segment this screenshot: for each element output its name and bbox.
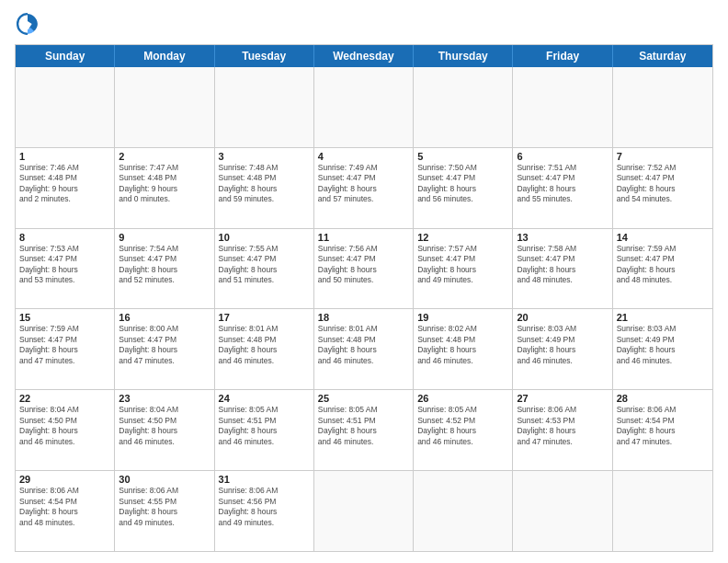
weekday-header: Friday — [513, 45, 612, 67]
day-info: Sunrise: 8:06 AM Sunset: 4:53 PM Dayligh… — [517, 405, 608, 447]
calendar-cell: 31Sunrise: 8:06 AM Sunset: 4:56 PM Dayli… — [215, 471, 314, 551]
calendar-cell — [613, 471, 712, 551]
day-number: 11 — [318, 232, 409, 243]
day-number: 28 — [617, 393, 709, 404]
day-info: Sunrise: 8:05 AM Sunset: 4:51 PM Dayligh… — [318, 405, 409, 447]
day-info: Sunrise: 7:55 AM Sunset: 4:47 PM Dayligh… — [219, 244, 310, 286]
day-info: Sunrise: 8:02 AM Sunset: 4:48 PM Dayligh… — [417, 324, 508, 366]
day-number: 15 — [19, 312, 110, 323]
day-number: 8 — [19, 232, 110, 243]
day-number: 30 — [119, 474, 210, 485]
day-info: Sunrise: 7:48 AM Sunset: 4:48 PM Dayligh… — [219, 163, 310, 205]
calendar-cell — [414, 471, 513, 551]
calendar-cell: 27Sunrise: 8:06 AM Sunset: 4:53 PM Dayli… — [513, 390, 612, 470]
calendar-cell — [215, 67, 314, 147]
calendar-cell: 8Sunrise: 7:53 AM Sunset: 4:47 PM Daylig… — [16, 229, 115, 309]
calendar-cell — [314, 471, 414, 551]
calendar-cell: 6Sunrise: 7:51 AM Sunset: 4:47 PM Daylig… — [513, 148, 612, 228]
day-info: Sunrise: 7:54 AM Sunset: 4:47 PM Dayligh… — [119, 244, 210, 286]
day-number: 5 — [417, 151, 508, 162]
calendar-cell: 20Sunrise: 8:03 AM Sunset: 4:49 PM Dayli… — [513, 309, 612, 389]
calendar-cell: 11Sunrise: 7:56 AM Sunset: 4:47 PM Dayli… — [314, 229, 414, 309]
day-info: Sunrise: 8:05 AM Sunset: 4:51 PM Dayligh… — [219, 405, 310, 447]
day-number: 23 — [119, 393, 210, 404]
day-info: Sunrise: 7:52 AM Sunset: 4:47 PM Dayligh… — [617, 163, 709, 205]
day-info: Sunrise: 8:03 AM Sunset: 4:49 PM Dayligh… — [617, 324, 709, 366]
calendar-cell: 23Sunrise: 8:04 AM Sunset: 4:50 PM Dayli… — [115, 390, 214, 470]
calendar-cell — [613, 67, 712, 147]
calendar-cell — [513, 67, 612, 147]
day-info: Sunrise: 7:59 AM Sunset: 4:47 PM Dayligh… — [19, 324, 110, 366]
day-info: Sunrise: 8:03 AM Sunset: 4:49 PM Dayligh… — [517, 324, 608, 366]
calendar-cell — [414, 67, 513, 147]
weekday-header: Saturday — [613, 45, 712, 67]
calendar-cell: 16Sunrise: 8:00 AM Sunset: 4:47 PM Dayli… — [115, 309, 214, 389]
calendar-cell: 15Sunrise: 7:59 AM Sunset: 4:47 PM Dayli… — [16, 309, 115, 389]
day-number: 21 — [617, 312, 709, 323]
day-info: Sunrise: 8:06 AM Sunset: 4:54 PM Dayligh… — [19, 486, 110, 528]
day-number: 29 — [19, 474, 110, 485]
weekday-header: Monday — [115, 45, 214, 67]
day-info: Sunrise: 8:06 AM Sunset: 4:55 PM Dayligh… — [119, 486, 210, 528]
calendar-week-row: 8Sunrise: 7:53 AM Sunset: 4:47 PM Daylig… — [16, 229, 712, 310]
calendar-week-row: 15Sunrise: 7:59 AM Sunset: 4:47 PM Dayli… — [16, 309, 712, 390]
day-number: 17 — [219, 312, 310, 323]
logo — [15, 11, 44, 37]
calendar-cell: 3Sunrise: 7:48 AM Sunset: 4:48 PM Daylig… — [215, 148, 314, 228]
weekday-header: Sunday — [16, 45, 115, 67]
calendar-week-row: 29Sunrise: 8:06 AM Sunset: 4:54 PM Dayli… — [16, 471, 712, 551]
page: SundayMondayTuesdayWednesdayThursdayFrid… — [0, 0, 728, 563]
calendar-cell: 29Sunrise: 8:06 AM Sunset: 4:54 PM Dayli… — [16, 471, 115, 551]
day-number: 16 — [119, 312, 210, 323]
day-info: Sunrise: 8:05 AM Sunset: 4:52 PM Dayligh… — [417, 405, 508, 447]
calendar-cell: 4Sunrise: 7:49 AM Sunset: 4:47 PM Daylig… — [314, 148, 414, 228]
calendar-cell — [16, 67, 115, 147]
day-info: Sunrise: 8:04 AM Sunset: 4:50 PM Dayligh… — [119, 405, 210, 447]
calendar-week-row — [16, 67, 712, 148]
day-info: Sunrise: 8:04 AM Sunset: 4:50 PM Dayligh… — [19, 405, 110, 447]
day-number: 9 — [119, 232, 210, 243]
header — [15, 11, 713, 37]
calendar-cell: 22Sunrise: 8:04 AM Sunset: 4:50 PM Dayli… — [16, 390, 115, 470]
day-number: 26 — [417, 393, 508, 404]
calendar-cell: 12Sunrise: 7:57 AM Sunset: 4:47 PM Dayli… — [414, 229, 513, 309]
calendar-week-row: 22Sunrise: 8:04 AM Sunset: 4:50 PM Dayli… — [16, 390, 712, 471]
weekday-header: Tuesday — [215, 45, 314, 67]
calendar-cell: 5Sunrise: 7:50 AM Sunset: 4:47 PM Daylig… — [414, 148, 513, 228]
day-info: Sunrise: 7:59 AM Sunset: 4:47 PM Dayligh… — [617, 244, 709, 286]
day-info: Sunrise: 7:46 AM Sunset: 4:48 PM Dayligh… — [19, 163, 110, 205]
calendar-cell: 10Sunrise: 7:55 AM Sunset: 4:47 PM Dayli… — [215, 229, 314, 309]
calendar: SundayMondayTuesdayWednesdayThursdayFrid… — [15, 44, 713, 552]
day-number: 22 — [19, 393, 110, 404]
calendar-cell: 1Sunrise: 7:46 AM Sunset: 4:48 PM Daylig… — [16, 148, 115, 228]
calendar-cell: 21Sunrise: 8:03 AM Sunset: 4:49 PM Dayli… — [613, 309, 712, 389]
calendar-cell: 14Sunrise: 7:59 AM Sunset: 4:47 PM Dayli… — [613, 229, 712, 309]
day-number: 10 — [219, 232, 310, 243]
day-info: Sunrise: 7:49 AM Sunset: 4:47 PM Dayligh… — [318, 163, 409, 205]
day-number: 12 — [417, 232, 508, 243]
day-number: 18 — [318, 312, 409, 323]
day-number: 27 — [517, 393, 608, 404]
calendar-week-row: 1Sunrise: 7:46 AM Sunset: 4:48 PM Daylig… — [16, 148, 712, 229]
calendar-cell: 7Sunrise: 7:52 AM Sunset: 4:47 PM Daylig… — [613, 148, 712, 228]
day-number: 4 — [318, 151, 409, 162]
day-info: Sunrise: 7:53 AM Sunset: 4:47 PM Dayligh… — [19, 244, 110, 286]
calendar-cell: 19Sunrise: 8:02 AM Sunset: 4:48 PM Dayli… — [414, 309, 513, 389]
day-info: Sunrise: 7:57 AM Sunset: 4:47 PM Dayligh… — [417, 244, 508, 286]
day-info: Sunrise: 7:47 AM Sunset: 4:48 PM Dayligh… — [119, 163, 210, 205]
day-info: Sunrise: 7:50 AM Sunset: 4:47 PM Dayligh… — [417, 163, 508, 205]
day-number: 24 — [219, 393, 310, 404]
calendar-cell: 24Sunrise: 8:05 AM Sunset: 4:51 PM Dayli… — [215, 390, 314, 470]
calendar-body: 1Sunrise: 7:46 AM Sunset: 4:48 PM Daylig… — [16, 67, 712, 551]
calendar-cell: 18Sunrise: 8:01 AM Sunset: 4:48 PM Dayli… — [314, 309, 414, 389]
calendar-cell: 25Sunrise: 8:05 AM Sunset: 4:51 PM Dayli… — [314, 390, 414, 470]
calendar-cell: 30Sunrise: 8:06 AM Sunset: 4:55 PM Dayli… — [115, 471, 214, 551]
calendar-cell: 28Sunrise: 8:06 AM Sunset: 4:54 PM Dayli… — [613, 390, 712, 470]
day-info: Sunrise: 8:06 AM Sunset: 4:54 PM Dayligh… — [617, 405, 709, 447]
day-info: Sunrise: 8:00 AM Sunset: 4:47 PM Dayligh… — [119, 324, 210, 366]
weekday-header: Thursday — [414, 45, 513, 67]
day-info: Sunrise: 8:01 AM Sunset: 4:48 PM Dayligh… — [219, 324, 310, 366]
day-number: 19 — [417, 312, 508, 323]
calendar-cell: 13Sunrise: 7:58 AM Sunset: 4:47 PM Dayli… — [513, 229, 612, 309]
day-info: Sunrise: 8:06 AM Sunset: 4:56 PM Dayligh… — [219, 486, 310, 528]
